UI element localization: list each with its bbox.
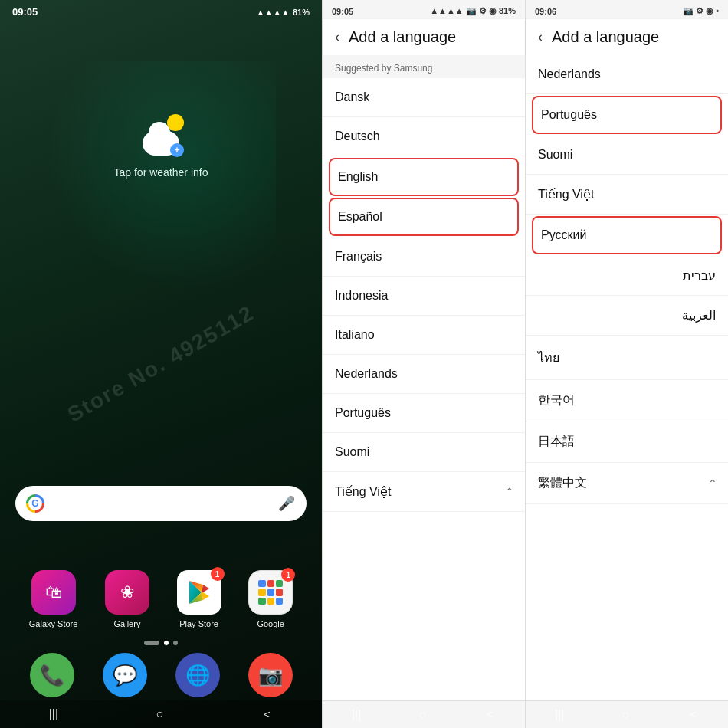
language-panel-1: 09:05 ▲▲▲▲ 📷 ⚙ ◉ 81% ‹ Add a language Su… — [322, 0, 525, 728]
lang-item-suomi-2[interactable]: Suomi — [526, 136, 728, 175]
dot-2 — [164, 641, 169, 645]
samsung-internet-icon[interactable]: 🌐 — [175, 653, 220, 697]
battery-text: 81% — [293, 8, 310, 17]
lang-item-english[interactable]: English — [329, 158, 519, 196]
mic-icon[interactable]: 🎤 — [277, 494, 296, 513]
signal-icon: ▲▲▲▲ — [256, 8, 290, 17]
panel1-header: ‹ Add a language — [323, 19, 525, 55]
nav-recent-btn[interactable]: ||| — [49, 707, 58, 721]
camera-icon[interactable]: 📷 — [248, 653, 293, 697]
lang-item-francais[interactable]: Français — [323, 238, 525, 277]
lang-item-tiengviet[interactable]: Tiếng Việt ⌃ — [323, 472, 525, 512]
panel2-header: ‹ Add a language — [526, 19, 728, 55]
google-grid-icon — [258, 580, 283, 605]
panel1-language-list: Dansk Deutsch English Español Français I… — [323, 78, 525, 700]
lang-item-dansk[interactable]: Dansk — [323, 78, 525, 117]
lang-item-korean[interactable]: 한국어 — [526, 380, 728, 421]
plus-badge: + — [170, 143, 184, 157]
app-item-google[interactable]: 1 Google — [248, 570, 293, 628]
panel1-status-bar: 09:05 ▲▲▲▲ 📷 ⚙ ◉ 81% — [323, 0, 525, 19]
lang-item-italiano[interactable]: Italiano — [323, 316, 525, 355]
panel2-nav-bar: ||| ○ ＜ — [526, 700, 728, 728]
dock-phone[interactable]: 📞 — [30, 653, 74, 697]
gallery-label: Gallery — [114, 619, 141, 628]
dock-messages[interactable]: 💬 — [103, 653, 147, 697]
panel2-status-bar: 09:06 📷 ⚙ ◉ • — [526, 0, 728, 19]
panel2-language-list: Nederlands Português Suomi Tiếng Việt Ру… — [526, 55, 728, 700]
panel2-icons: 📷 ⚙ ◉ • — [683, 6, 719, 16]
lang-item-nederlands[interactable]: Nederlands — [323, 355, 525, 394]
phone-icon[interactable]: 📞 — [30, 653, 74, 697]
status-time: 09:05 — [12, 6, 38, 18]
nav-home-btn[interactable]: ○ — [156, 707, 163, 721]
google-badge: 1 — [281, 568, 295, 582]
panel1-icons: ▲▲▲▲ 📷 ⚙ ◉ 81% — [430, 6, 516, 16]
panel1-title: Add a language — [349, 28, 456, 46]
app-item-play-store[interactable]: 1 — [177, 570, 221, 628]
app-dock: 📞 💬 🌐 📷 — [0, 653, 322, 697]
panel1-nav-back[interactable]: ＜ — [484, 707, 496, 723]
status-icons: ▲▲▲▲ 81% — [256, 8, 310, 17]
google-logo: G — [26, 494, 44, 513]
language-panel-2: 09:06 📷 ⚙ ◉ • ‹ Add a language Nederland… — [525, 0, 728, 728]
play-store-badge: 1 — [211, 567, 225, 581]
galaxy-store-icon[interactable]: 🛍 — [31, 570, 76, 615]
panel1-suggested-label: Suggested by Samsung — [323, 55, 525, 78]
app-item-gallery[interactable]: ❀ Gallery — [105, 570, 149, 628]
expand-icon-2: ⌃ — [708, 477, 717, 490]
gallery-icon[interactable]: ❀ — [105, 570, 149, 615]
lang-item-nederlands-2[interactable]: Nederlands — [526, 55, 728, 94]
weather-widget[interactable]: + Tap for weather info — [0, 113, 322, 179]
panel1-nav-home[interactable]: ○ — [418, 708, 426, 722]
page-dots — [0, 641, 322, 645]
lang-item-hebrew[interactable]: עברית — [526, 256, 728, 296]
weather-icon: + — [136, 113, 185, 162]
panel1-back-button[interactable]: ‹ — [335, 29, 339, 45]
weather-label: Tap for weather info — [114, 166, 208, 179]
lang-item-portugues[interactable]: Português — [323, 394, 525, 433]
play-store-logo — [186, 579, 212, 605]
lang-item-thai[interactable]: ไทย — [526, 336, 728, 380]
messages-icon[interactable]: 💬 — [103, 653, 147, 697]
lang-item-tiengviet-2[interactable]: Tiếng Việt — [526, 175, 728, 215]
play-store-label: Play Store — [179, 619, 218, 628]
app-row: 🛍 Galaxy Store ❀ Gallery 1 — [0, 570, 322, 628]
panel2-nav-back[interactable]: ＜ — [687, 707, 699, 723]
dot-1 — [144, 641, 159, 645]
panel2-title: Add a language — [552, 28, 659, 46]
galaxy-store-label: Galaxy Store — [29, 619, 78, 628]
lang-item-indonesia[interactable]: Indonesia — [323, 277, 525, 316]
play-store-icon[interactable]: 1 — [177, 570, 221, 615]
nav-back-btn[interactable]: ＜ — [261, 707, 273, 723]
lang-item-russian[interactable]: Русский — [532, 216, 722, 254]
expand-icon: ⌃ — [505, 486, 514, 498]
lang-item-japanese[interactable]: 日本語 — [526, 421, 728, 463]
lang-item-portugues-2[interactable]: Português — [532, 96, 722, 134]
panel2-back-button[interactable]: ‹ — [538, 29, 543, 45]
google-app-icon[interactable]: 1 — [248, 570, 293, 615]
dot-3 — [173, 641, 178, 645]
panel1-time: 09:05 — [332, 7, 353, 16]
nav-bar-home: ||| ○ ＜ — [0, 700, 322, 728]
panel1-nav-recent[interactable]: ||| — [352, 708, 361, 722]
lang-item-espanol[interactable]: Español — [329, 198, 519, 236]
lang-item-chinese[interactable]: 繁體中文 ⌃ — [526, 463, 728, 504]
dock-internet[interactable]: 🌐 — [175, 653, 220, 697]
panel2-nav-home[interactable]: ○ — [621, 708, 629, 722]
panel2-time: 09:06 — [535, 7, 556, 16]
lang-item-arabic[interactable]: العربية — [526, 296, 728, 336]
dock-camera[interactable]: 📷 — [248, 653, 293, 697]
status-bar: 09:05 ▲▲▲▲ 81% — [0, 0, 322, 21]
app-item-galaxy-store[interactable]: 🛍 Galaxy Store — [29, 570, 78, 628]
google-search-bar[interactable]: G 🎤 — [15, 486, 307, 521]
panel2-nav-recent[interactable]: ||| — [555, 708, 564, 722]
sun-icon — [167, 114, 184, 131]
lang-item-suomi[interactable]: Suomi — [323, 433, 525, 472]
home-screen: Store No. 4925112 09:05 ▲▲▲▲ 81% + Tap f… — [0, 0, 322, 728]
lang-item-deutsch[interactable]: Deutsch — [323, 117, 525, 156]
panel1-nav-bar: ||| ○ ＜ — [323, 700, 525, 728]
google-label: Google — [257, 619, 284, 628]
